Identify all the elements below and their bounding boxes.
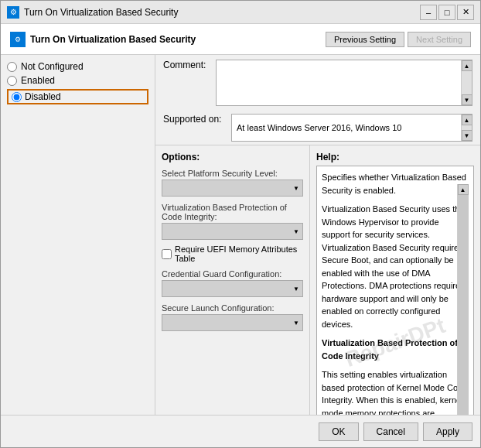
credential-guard-dropdown[interactable]: ▼	[162, 280, 303, 297]
comment-textarea[interactable]: ▲ ▼	[216, 60, 472, 106]
supported-scroll-down[interactable]: ▼	[462, 130, 472, 141]
main-content: Not Configured Enabled Disabled Comment:	[1, 55, 480, 415]
help-panel: Help: Specifies whether Virtualization B…	[310, 145, 480, 415]
disabled-radio[interactable]	[12, 92, 22, 102]
enabled-label: Enabled	[21, 75, 55, 86]
dialog-window: ⚙ Turn On Virtualization Based Security …	[0, 0, 481, 448]
left-panel: Not Configured Enabled Disabled	[1, 55, 155, 415]
help-para-0: Specifies whether Virtualization Based S…	[322, 171, 469, 197]
uefi-checkbox-row: Require UEFI Memory Attributes Table	[162, 245, 303, 263]
code-integrity-dropdown[interactable]: ▼	[162, 223, 303, 240]
header-left: ⚙ Turn On Virtualization Based Security	[10, 32, 196, 47]
header-title: Turn On Virtualization Based Security	[30, 34, 196, 45]
help-para-1: Virtualization Based Security uses the W…	[322, 203, 469, 330]
uefi-label: Require UEFI Memory Attributes Table	[175, 245, 303, 263]
window-title: Turn On Virtualization Based Security	[24, 7, 178, 18]
header-buttons: Previous Setting Next Setting	[326, 32, 471, 47]
right-panel: Comment: ▲ ▼ Supported on: At least Wind…	[155, 55, 480, 415]
help-para-2: Virtualization Based Protection of Code …	[322, 338, 458, 361]
not-configured-radio[interactable]	[7, 62, 17, 72]
credential-guard-label: Credential Guard Configuration:	[162, 269, 303, 279]
supported-value-box: At least Windows Server 2016, Windows 10…	[231, 114, 472, 142]
config-radio-group: Not Configured Enabled Disabled	[7, 61, 148, 104]
window-controls: – □ ✕	[420, 5, 474, 20]
comment-section: Comment: ▲ ▼	[155, 55, 480, 111]
not-configured-option[interactable]: Not Configured	[7, 61, 148, 72]
disabled-label: Disabled	[25, 91, 61, 102]
help-para-3: This setting enables virtualization base…	[322, 368, 469, 415]
supported-scrollbar: ▲ ▼	[461, 115, 472, 141]
secure-launch-dropdown[interactable]: ▼	[162, 314, 303, 331]
help-scrollbar: ▲ ▼	[457, 184, 468, 415]
scroll-up-btn[interactable]: ▲	[462, 60, 472, 71]
enabled-option[interactable]: Enabled	[7, 75, 148, 86]
supported-label: Supported on:	[163, 114, 225, 125]
header-bar: ⚙ Turn On Virtualization Based Security …	[1, 24, 480, 55]
ok-button[interactable]: OK	[319, 422, 358, 441]
window-icon: ⚙	[7, 6, 19, 19]
not-configured-label: Not Configured	[21, 61, 84, 72]
help-text-box: Specifies whether Virtualization Based S…	[316, 166, 474, 415]
title-bar: ⚙ Turn On Virtualization Based Security …	[1, 1, 480, 24]
bottom-panels: Options: Select Platform Security Level:…	[155, 145, 480, 415]
supported-section: Supported on: At least Windows Server 20…	[155, 111, 480, 145]
code-integrity-arrow-icon: ▼	[293, 228, 299, 235]
comment-label: Comment:	[163, 60, 210, 106]
secure-launch-label: Secure Launch Configuration:	[162, 303, 303, 313]
maximize-button[interactable]: □	[438, 5, 455, 20]
options-panel: Options: Select Platform Security Level:…	[155, 145, 310, 415]
supported-scroll-up[interactable]: ▲	[462, 115, 472, 125]
cancel-button[interactable]: Cancel	[363, 422, 418, 441]
help-text-container: Specifies whether Virtualization Based S…	[316, 166, 474, 415]
disabled-option-box[interactable]: Disabled	[7, 89, 148, 104]
enabled-radio[interactable]	[7, 76, 17, 86]
help-scroll-up[interactable]: ▲	[458, 184, 469, 195]
uefi-checkbox[interactable]	[162, 249, 172, 259]
options-section-title: Options:	[162, 152, 303, 162]
scroll-down-btn[interactable]: ▼	[462, 94, 472, 105]
next-setting-button[interactable]: Next Setting	[408, 32, 471, 47]
close-button[interactable]: ✕	[457, 5, 474, 20]
comment-scrollbar: ▲ ▼	[461, 60, 472, 105]
credential-guard-arrow-icon: ▼	[293, 286, 299, 292]
help-label: Help:	[316, 152, 474, 162]
platform-arrow-icon: ▼	[293, 185, 299, 192]
previous-setting-button[interactable]: Previous Setting	[326, 32, 404, 47]
header-icon: ⚙	[10, 32, 26, 47]
minimize-button[interactable]: –	[420, 5, 437, 20]
title-bar-left: ⚙ Turn On Virtualization Based Security	[7, 6, 178, 19]
footer: OK Cancel Apply	[1, 415, 480, 447]
supported-value: At least Windows Server 2016, Windows 10	[237, 123, 401, 132]
platform-dropdown[interactable]: ▼	[162, 180, 303, 197]
platform-label: Select Platform Security Level:	[162, 169, 303, 178]
code-integrity-label: Virtualization Based Protection of Code …	[162, 203, 303, 221]
secure-launch-arrow-icon: ▼	[293, 320, 299, 327]
apply-button[interactable]: Apply	[423, 422, 472, 441]
